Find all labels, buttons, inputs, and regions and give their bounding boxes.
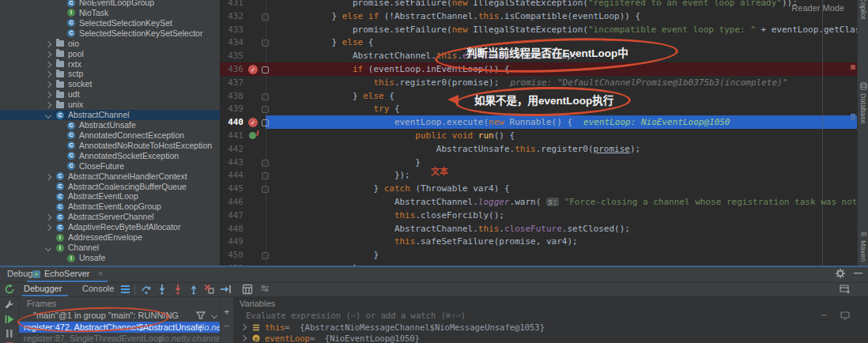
tool-stripe-tab-github-copilot[interactable]: GitHub Copilot	[859, 0, 867, 20]
code-line-450[interactable]: 450}	[220, 248, 857, 262]
tree-item-abstracteventloopgroup[interactable]: CAbstractEventLoopGroup	[0, 202, 220, 212]
code-line-445[interactable]: 445} catch (Throwable var4) {	[220, 182, 857, 195]
error-stripe-breakpoint-mark[interactable]	[851, 65, 855, 70]
evaluate-expression-icon[interactable]	[242, 284, 253, 295]
breakpoint-icon[interactable]: ✓	[248, 118, 258, 127]
settings-layout-icon[interactable]	[120, 284, 131, 295]
run-to-cursor-icon[interactable]	[220, 284, 231, 295]
remove-watch-button[interactable]: −	[224, 320, 230, 332]
line-number[interactable]: 437	[220, 76, 243, 89]
resume-program-icon[interactable]	[4, 314, 15, 325]
tree-item-sctp[interactable]: sctp	[0, 69, 220, 79]
tree-item-pool[interactable]: pool	[0, 49, 220, 59]
line-number[interactable]: 438	[220, 89, 243, 103]
tree-item-oio[interactable]: oio	[0, 39, 220, 49]
rerun-debug-icon[interactable]	[4, 284, 15, 295]
tree-item-closefuture[interactable]: CCloseFuture	[0, 161, 220, 172]
line-number[interactable]: 445	[220, 182, 243, 195]
chevron-right-icon[interactable]	[45, 61, 51, 67]
variable-row-this[interactable]: this = {AbstractNioMessageChannel$NioMes…	[233, 322, 868, 333]
fold-marker-icon[interactable]	[262, 252, 269, 259]
tab-console[interactable]: Console	[82, 284, 114, 293]
tree-item-udt[interactable]: udt	[0, 89, 220, 100]
tree-item-niotask[interactable]: INioTask	[0, 8, 220, 18]
line-number[interactable]: 442	[220, 142, 243, 156]
tree-item-rxtx[interactable]: rxtx	[0, 59, 220, 70]
fold-marker-icon[interactable]	[262, 93, 269, 100]
tree-item-abstractchannel[interactable]: CAbstractChannel	[0, 110, 220, 120]
variable-row-eventLoop[interactable]: peventLoop = {NioEventLoop@1050}	[233, 333, 868, 343]
tree-item-adaptiverecvbytebufallocator[interactable]: CAdaptiveRecvByteBufAllocator	[0, 222, 220, 232]
line-number[interactable]: 434	[220, 36, 243, 49]
fold-marker-icon[interactable]	[262, 66, 269, 74]
add-watch-button[interactable]: +	[224, 306, 230, 318]
code-line-449[interactable]: 449this.safeSetFailure(promise, var4);	[220, 235, 857, 248]
fold-marker-icon[interactable]	[262, 160, 269, 167]
force-step-into-icon[interactable]	[172, 284, 183, 295]
tree-item-abstractserverchannel[interactable]: CAbstractServerChannel	[0, 212, 220, 222]
code-line-433[interactable]: 433promise.setFailure(new IllegalStateEx…	[220, 23, 857, 36]
fold-marker-icon[interactable]	[262, 186, 269, 193]
code-line-448[interactable]: 448AbstractChannel.this.closeFuture.setC…	[220, 222, 857, 236]
tree-item-abstracteventloop[interactable]: CAbstractEventLoop	[0, 191, 220, 202]
gutter-marker-icon[interactable]	[249, 132, 256, 139]
tree-item-unsafe[interactable]: IUnsafe	[0, 253, 220, 263]
line-number[interactable]: 433	[220, 23, 243, 36]
line-number[interactable]: 440	[220, 115, 243, 129]
chevron-right-icon[interactable]	[240, 335, 247, 341]
more-options-icon[interactable]	[259, 284, 270, 295]
line-number[interactable]: 435	[220, 49, 243, 62]
line-number[interactable]: 431	[220, 0, 243, 9]
reader-mode-label[interactable]: Reader Mode	[791, 3, 844, 13]
hide-panel-icon[interactable]: —	[854, 268, 862, 277]
drop-frame-icon[interactable]	[204, 284, 215, 295]
line-number[interactable]: 448	[220, 222, 243, 236]
tree-item-abstractchannelhandlercontext[interactable]: CAbstractChannelHandlerContext	[0, 172, 220, 182]
close-icon[interactable]: ×	[98, 269, 103, 278]
tree-item-abstractcoalescingbufferqueue[interactable]: CAbstractCoalescingBufferQueue	[0, 182, 220, 192]
line-number[interactable]: 439	[220, 102, 243, 115]
chevron-right-icon[interactable]	[45, 214, 51, 220]
chevron-right-icon[interactable]	[45, 92, 51, 98]
code-line-446[interactable]: 446AbstractChannel.logger.warn( s: "Forc…	[220, 195, 857, 209]
expand-editor-icon[interactable]	[840, 311, 851, 322]
tree-item-annotatednoroutetohostexception[interactable]: CAnnotatedNoRouteToHostException	[0, 141, 220, 151]
tree-item-addressedenvelope[interactable]: IAddressedEnvelope	[0, 232, 220, 243]
filter-funnel-icon[interactable]	[196, 311, 207, 322]
fold-marker-icon[interactable]	[262, 119, 269, 126]
line-number[interactable]: 450	[220, 248, 243, 262]
tree-item-annotatedsocketexception[interactable]: CAnnotatedSocketException	[0, 151, 220, 161]
tree-item-selectedselectionkeyset[interactable]: CSelectedSelectionKeySet	[0, 18, 220, 28]
fold-marker-icon[interactable]	[262, 172, 269, 179]
chevron-down-icon[interactable]	[45, 112, 51, 119]
code-line-447[interactable]: 447this.closeForcibly();	[220, 209, 857, 222]
session-tab-echoserver[interactable]: EchoServer	[44, 269, 89, 278]
line-number[interactable]: 449	[220, 235, 243, 248]
chevron-right-icon[interactable]	[45, 81, 51, 88]
fold-marker-icon[interactable]	[262, 40, 269, 47]
tree-item-unix[interactable]: unix	[0, 100, 220, 110]
code-line-432[interactable]: 432} else if (!AbstractChannel.this.isCo…	[220, 9, 857, 23]
chevron-right-icon[interactable]	[45, 173, 51, 179]
chevron-right-icon[interactable]	[240, 324, 247, 330]
code-line-442[interactable]: 442AbstractUnsafe.this.register0(promise…	[220, 142, 857, 156]
chevron-right-icon[interactable]	[45, 51, 51, 57]
tree-item-nioeventloopgroup[interactable]: CNioEventLoopGroup	[0, 0, 220, 8]
frame-row[interactable]: register:87, SingleThreadEventLoop (io.n…	[19, 333, 220, 343]
line-number[interactable]: 432	[220, 9, 243, 23]
error-stripe-execution-mark[interactable]	[851, 114, 855, 120]
tree-item-selectedselectionkeysetselector[interactable]: CSelectedSelectionKeySetSelector	[0, 28, 220, 39]
code-line-440[interactable]: 440✓eventLoop.execute(new Runnable() {ev…	[220, 115, 857, 129]
fold-marker-icon[interactable]	[262, 106, 269, 113]
expand-history-icon[interactable]: ⋯	[821, 309, 827, 322]
pause-program-icon[interactable]	[4, 328, 15, 339]
tree-item-channel[interactable]: IChannel	[0, 243, 220, 253]
tab-debugger[interactable]: Debugger	[24, 284, 62, 293]
tool-stripe-tab-database[interactable]: Database	[859, 93, 867, 124]
line-number[interactable]: 441	[220, 129, 243, 142]
line-number[interactable]: 447	[220, 209, 243, 222]
fold-marker-icon[interactable]	[262, 13, 269, 21]
line-number[interactable]: 436	[220, 62, 243, 76]
line-number[interactable]: 446	[220, 195, 243, 209]
code-line-443[interactable]: 443}	[220, 156, 857, 169]
